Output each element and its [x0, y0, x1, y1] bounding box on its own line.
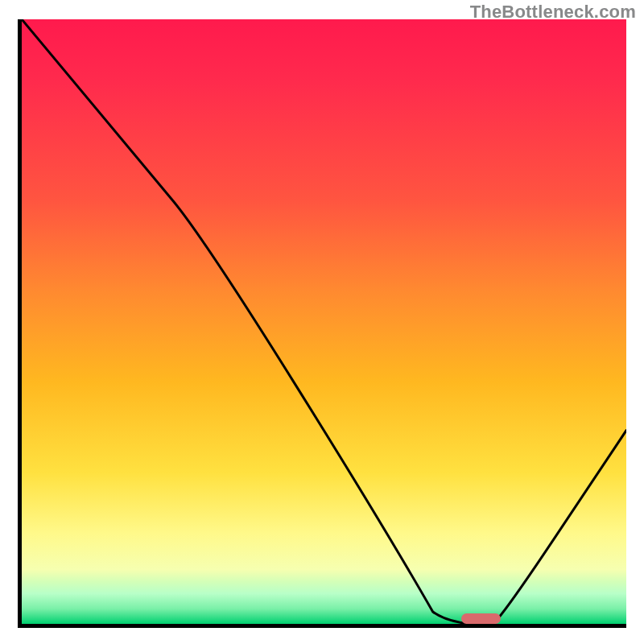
chart-frame: [18, 19, 626, 628]
bottleneck-curve: [22, 19, 626, 624]
optimal-range-marker: [461, 613, 501, 624]
